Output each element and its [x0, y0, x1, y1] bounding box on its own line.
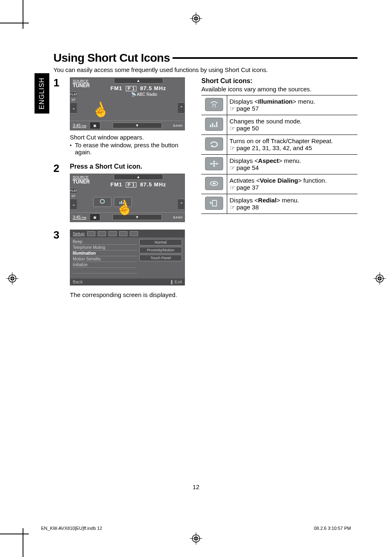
crop-mark — [0, 23, 29, 23]
setup-options: Normal Proximity/Motion Touch Panel — [139, 239, 184, 274]
exit-button[interactable]: Exit — [175, 279, 182, 284]
crop-mark — [0, 534, 29, 534]
shortcut-illumination-button[interactable] — [93, 197, 111, 207]
step-3-caption: The corresponding screen is displayed. — [70, 291, 185, 298]
setup-tab[interactable] — [98, 231, 106, 236]
registration-mark-icon — [374, 272, 386, 285]
registration-mark-icon — [6, 272, 18, 285]
table-row: Displays <Redial> menu. page 38 — [201, 194, 357, 214]
footer: EN_KW-AVX810[EU]ff.indb 12 08.2.6 3:10:5… — [41, 526, 351, 531]
setup-tab[interactable] — [108, 231, 117, 236]
svg-rect-30 — [214, 125, 215, 127]
svg-rect-31 — [216, 122, 217, 127]
stereo-indicator: ST — [70, 193, 77, 199]
svg-rect-28 — [210, 125, 211, 127]
icon-description: Displays <Redial> menu. page 38 — [227, 194, 357, 214]
page: ENGLISH Using Short Cut Icons You can ea… — [0, 0, 392, 557]
left-column: 1 SOURCE TUNER ▲ — [53, 77, 185, 302]
table-row: Turns on or off Track/Chapter Repeat. pa… — [201, 135, 357, 155]
icon-description: Activates <Voice Dialing> function. page… — [227, 174, 357, 194]
title-rule — [173, 57, 358, 59]
right-chevron-button[interactable]: ⌃ — [178, 102, 184, 114]
step-3: 3 Setup — [53, 230, 185, 298]
footer-left: EN_KW-AVX810[EU]ff.indb 12 — [41, 526, 102, 531]
setup-tabs: Setup — [70, 230, 184, 237]
icon-description: Changes the sound mode. page 50 — [227, 115, 357, 135]
columns: 1 SOURCE TUNER ▲ — [53, 77, 357, 302]
step-1-bullet: • To erase the window, press the button … — [70, 142, 185, 155]
setup-menu-list: Beep Telephone Muting Illumination Motio… — [70, 239, 139, 274]
language-tab: ENGLISH — [35, 73, 49, 114]
station-name: 📡 ABC Radio — [120, 92, 157, 97]
option-button[interactable]: Proximity/Motion — [139, 247, 182, 253]
back-button[interactable]: Back — [73, 279, 83, 284]
step-number: 2 — [53, 163, 62, 222]
list-item[interactable]: Beep — [73, 239, 137, 245]
option-button[interactable]: Touch Panel — [139, 255, 182, 261]
list-item[interactable]: Initialize — [73, 262, 137, 268]
icon-description: Turns on or off Track/Chapter Repeat. pa… — [227, 135, 357, 155]
step-2: 2 Press a Short Cut icon. SOURCE TUNER ▲ — [53, 163, 185, 222]
frequency-display: FM1 P 1 87.5 MHz — [111, 180, 166, 188]
av-button[interactable]: ▣ — [90, 122, 100, 129]
registration-mark-icon — [190, 12, 202, 25]
shortcut-subheading: Available icons vary among the sources. — [201, 86, 357, 93]
registration-mark-icon — [190, 532, 202, 545]
frequency-display: FM1 P 1 87.5 MHz — [111, 84, 166, 92]
footer-right: 08.2.6 3:10:57 PM — [314, 526, 351, 531]
up-arrow-button[interactable]: ▲ — [114, 174, 163, 180]
step-1: 1 SOURCE TUNER ▲ — [53, 77, 185, 155]
setup-tab[interactable] — [119, 231, 127, 236]
option-button[interactable]: Normal — [139, 239, 182, 246]
flat-indicator: FLAT — [70, 92, 77, 97]
left-chevron-button[interactable]: ⌄ — [70, 199, 77, 210]
shortcut-heading: Short Cut icons: — [201, 77, 357, 85]
setup-tab[interactable] — [87, 231, 95, 236]
up-arrow-button[interactable]: ▲ — [114, 78, 163, 84]
setup-screenshot: Setup Beep Telephone Muting — [70, 230, 185, 285]
clock-display: 3:45 PM — [70, 214, 89, 220]
bullet-icon: • — [70, 142, 71, 155]
setup-tab[interactable] — [130, 231, 138, 236]
table-row: Changes the sound mode. page 50 — [201, 115, 357, 135]
intro-text: You can easily access some frequently us… — [53, 66, 357, 73]
flat-indicator: FLAT — [70, 188, 77, 193]
clock-display: 3:45 PM — [70, 123, 89, 129]
source-button[interactable]: SOURCE TUNER — [70, 174, 92, 185]
crop-mark — [23, 0, 23, 29]
band-button[interactable]: BAND — [173, 124, 184, 127]
repeat-icon — [205, 137, 223, 151]
list-item[interactable]: Telephone Muting — [73, 245, 137, 251]
page-reference: page 50 — [230, 125, 259, 132]
page-reference: page 57 — [230, 105, 259, 112]
svg-rect-36 — [212, 200, 217, 206]
av-button[interactable]: ▣ — [90, 214, 100, 221]
crop-mark — [23, 528, 23, 557]
right-column: Short Cut icons: Available icons vary am… — [201, 77, 357, 302]
voice-dialing-icon — [205, 177, 223, 190]
list-item[interactable]: Illumination — [73, 251, 137, 256]
redial-icon — [205, 197, 223, 210]
page-reference: page 38 — [230, 204, 259, 211]
table-row: Displays <Illumination> menu. page 57 — [201, 95, 357, 115]
step-number: 1 — [53, 77, 62, 155]
section-title: Using Short Cut Icons — [53, 51, 170, 65]
illumination-icon — [98, 199, 107, 205]
down-arrow-button[interactable]: ▼ — [113, 123, 162, 128]
icon-description: Displays <Aspect> menu. page 54 — [227, 155, 357, 174]
equalizer-icon — [205, 118, 223, 131]
aspect-icon — [205, 157, 223, 170]
stripes-icon: |||| — [171, 279, 172, 284]
table-row: Activates <Voice Dialing> function. page… — [201, 174, 357, 194]
setup-title: Setup — [73, 231, 85, 236]
band-button[interactable]: BAND — [173, 216, 184, 219]
icon-description: Displays <Illumination> menu. page 57 — [227, 95, 357, 115]
tuner-screenshot-1: SOURCE TUNER ▲ FM1 P 1 87.5 MHz — [70, 77, 185, 130]
left-chevron-button[interactable]: ⌄ — [70, 102, 77, 114]
source-button[interactable]: SOURCE TUNER — [70, 78, 92, 89]
table-row: Displays <Aspect> menu. page 54 — [201, 155, 357, 174]
page-reference: page 54 — [230, 164, 259, 171]
page-number: 12 — [0, 483, 392, 490]
list-item[interactable]: Motion Sensitiv. — [73, 256, 137, 262]
right-chevron-button[interactable]: ⌃ — [178, 199, 184, 210]
